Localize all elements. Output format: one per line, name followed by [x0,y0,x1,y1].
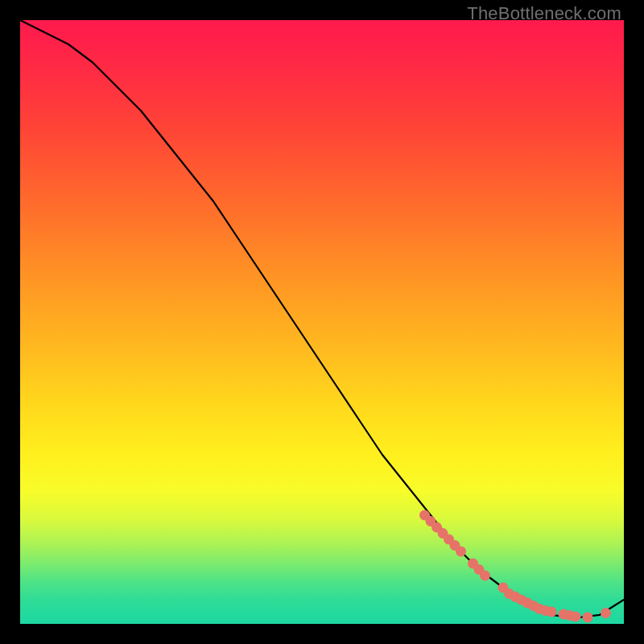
data-dot [456,547,466,557]
chart-overlay [20,20,624,624]
watermark-text: TheBottleneck.com [467,3,621,24]
bottleneck-curve [20,20,624,618]
data-dot [571,612,581,622]
data-dot [547,607,557,617]
plot-background [20,20,624,624]
data-dots [419,510,611,623]
chart-frame: TheBottleneck.com [0,0,644,644]
data-dot [583,612,593,622]
data-dot [601,608,611,618]
data-dot [480,571,490,581]
